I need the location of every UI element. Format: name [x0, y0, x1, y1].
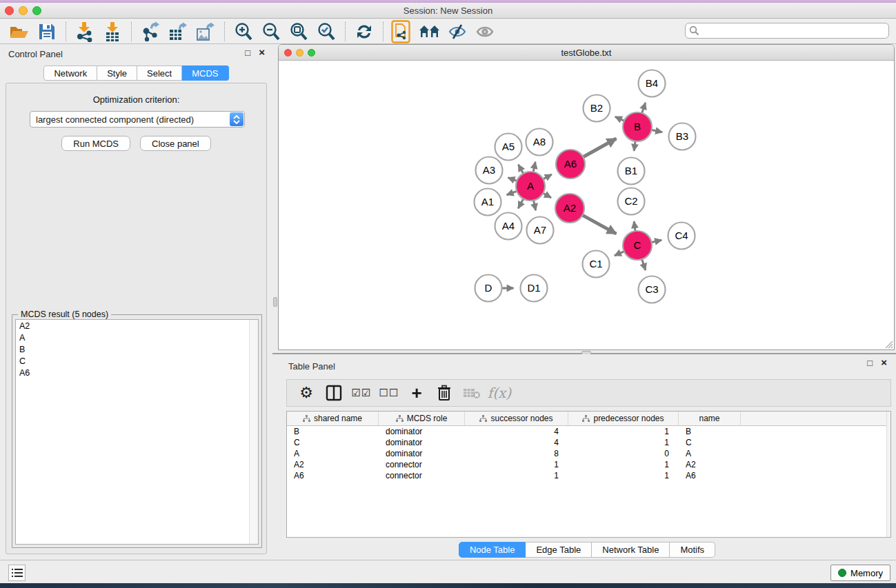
function-builder-button[interactable]: f(x) [487, 381, 512, 405]
tab-mcds[interactable]: MCDS [182, 65, 228, 81]
node-B4[interactable]: B4 [639, 70, 666, 97]
column-visibility-button[interactable] [321, 381, 346, 405]
mcds-result-list[interactable]: A2ABCA6 [15, 319, 259, 545]
select-all-button[interactable]: ☑☑ [349, 381, 374, 405]
cell-successor-nodes[interactable]: 4 [465, 427, 568, 436]
result-item[interactable]: B [16, 343, 258, 355]
cell-predecessor-nodes[interactable]: 0 [568, 449, 679, 458]
node-B1[interactable]: B1 [618, 158, 645, 185]
export-table-button[interactable] [164, 21, 192, 43]
search-input[interactable] [685, 23, 889, 39]
node-D[interactable]: D [475, 275, 502, 302]
node-A3[interactable]: A3 [476, 157, 503, 184]
zoom-network-button[interactable] [308, 49, 315, 57]
node-A8[interactable]: A8 [526, 129, 553, 156]
float-panel-icon[interactable]: □ [867, 358, 873, 368]
cell-MCDS-role[interactable]: dominator [379, 427, 465, 436]
run-mcds-button[interactable]: Run MCDS [61, 136, 130, 151]
node-A2[interactable]: A2 [555, 194, 584, 223]
network-graph[interactable]: B4B2BB3A5A8A6A3AB1A1C2A2A4A7C4CC1C3DD1 [279, 61, 894, 349]
deselect-all-button[interactable]: ☐☐ [377, 381, 401, 405]
node-A1[interactable]: A1 [475, 189, 501, 216]
close-network-button[interactable] [284, 49, 292, 57]
column-header-predecessor-nodes[interactable]: predecessor nodes [568, 412, 679, 425]
float-panel-icon[interactable]: □ [245, 48, 250, 58]
task-history-button[interactable] [8, 565, 26, 581]
result-item[interactable]: A [16, 332, 258, 343]
node-C3[interactable]: C3 [639, 276, 666, 303]
open-session-button[interactable] [6, 21, 33, 43]
table-row[interactable]: Adominator80A [287, 448, 890, 459]
result-item[interactable]: A2 [16, 320, 258, 332]
table-row[interactable]: A6connector11A6 [287, 470, 890, 481]
node-A[interactable]: A [516, 172, 545, 201]
node-B3[interactable]: B3 [669, 123, 696, 150]
cell-successor-nodes[interactable]: 1 [465, 471, 568, 480]
result-item[interactable]: C [16, 355, 258, 367]
zoom-window-button[interactable] [32, 6, 41, 15]
edge-A2-C[interactable] [581, 214, 617, 234]
show-graphics-details-button[interactable] [471, 21, 499, 43]
cell-name[interactable]: A6 [679, 471, 741, 480]
cell-MCDS-role[interactable]: dominator [379, 438, 465, 447]
column-header-shared-name[interactable]: shared name [287, 412, 379, 425]
result-item[interactable]: A6 [16, 367, 258, 378]
table-scrollbar[interactable] [886, 412, 890, 537]
edge-A6-B[interactable] [582, 139, 617, 158]
node-C2[interactable]: C2 [618, 188, 645, 215]
network-canvas[interactable]: B4B2BB3A5A8A6A3AB1A1C2A2A4A7C4CC1C3DD1 [279, 61, 894, 349]
tab-select[interactable]: Select [137, 65, 182, 81]
cell-name[interactable]: C [679, 438, 741, 447]
cell-shared-name[interactable]: A6 [287, 471, 379, 480]
cell-predecessor-nodes[interactable]: 1 [568, 427, 679, 436]
cell-shared-name[interactable]: A2 [287, 460, 379, 469]
node-B[interactable]: B [623, 112, 652, 141]
node-C[interactable]: C [623, 231, 652, 260]
network-window-titlebar[interactable]: testGlobe.txt [279, 45, 894, 61]
node-C1[interactable]: C1 [583, 251, 610, 278]
network-overview-button[interactable] [388, 21, 416, 43]
tab-motifs[interactable]: Motifs [670, 542, 715, 558]
window-resize-grip[interactable] [883, 338, 893, 349]
tab-network-table[interactable]: Network Table [592, 542, 670, 558]
node-A4[interactable]: A4 [495, 213, 522, 240]
zoom-fit-button[interactable] [285, 21, 312, 43]
cell-predecessor-nodes[interactable]: 1 [568, 438, 679, 447]
column-header-name[interactable]: name [679, 412, 741, 425]
tab-node-table[interactable]: Node Table [459, 542, 526, 558]
zoom-in-button[interactable] [230, 21, 257, 43]
close-panel-button[interactable]: Close panel [140, 136, 211, 151]
divider-handle[interactable] [273, 297, 277, 307]
close-window-button[interactable] [5, 6, 14, 15]
tab-edge-table[interactable]: Edge Table [526, 542, 592, 558]
cell-shared-name[interactable]: B [287, 427, 379, 436]
close-panel-icon[interactable]: × [259, 48, 265, 57]
tab-style[interactable]: Style [97, 65, 137, 81]
tab-network[interactable]: Network [43, 65, 97, 81]
cell-name[interactable]: A2 [679, 460, 741, 469]
cell-successor-nodes[interactable]: 4 [465, 438, 568, 447]
delete-table-button[interactable] [459, 381, 484, 405]
save-session-button[interactable] [33, 21, 61, 43]
close-panel-icon[interactable]: × [881, 358, 887, 367]
import-table-button[interactable] [99, 21, 126, 43]
node-D1[interactable]: D1 [521, 275, 548, 302]
cell-successor-nodes[interactable]: 8 [465, 449, 568, 458]
zoom-selected-button[interactable] [312, 21, 340, 43]
add-column-button[interactable]: + [404, 381, 429, 405]
cell-MCDS-role[interactable]: connector [379, 471, 465, 480]
home-panels-button[interactable] [416, 21, 444, 43]
result-list-scrollbar[interactable] [249, 320, 258, 544]
node-A6[interactable]: A6 [556, 150, 585, 179]
memory-button[interactable]: Memory [830, 565, 890, 581]
table-settings-button[interactable]: ⚙ [294, 381, 319, 405]
cell-MCDS-role[interactable]: dominator [379, 449, 465, 458]
table-row[interactable]: Cdominator41C [287, 437, 890, 448]
vertical-split-divider[interactable] [272, 44, 278, 560]
minimize-network-button[interactable] [296, 49, 303, 57]
delete-column-button[interactable] [432, 381, 457, 405]
node-A5[interactable]: A5 [495, 134, 522, 161]
node-A7[interactable]: A7 [527, 217, 554, 244]
column-header-successor-nodes[interactable]: successor nodes [465, 412, 568, 425]
cell-predecessor-nodes[interactable]: 1 [568, 471, 679, 480]
